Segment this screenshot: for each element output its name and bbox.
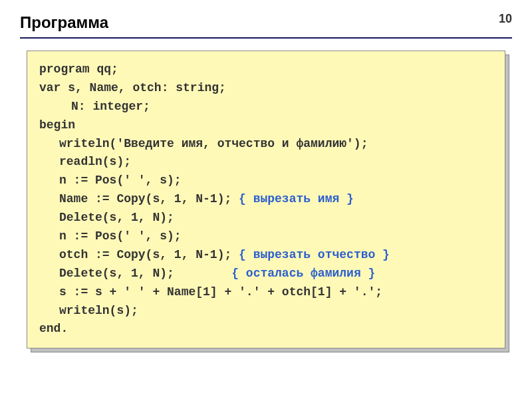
code-line: writeln(s); [39,302,493,321]
code-text: otch := Copy(s, 1, N-1); [59,248,239,261]
code-line: Delete(s, 1, N); { осталась фамилия } [39,265,493,283]
page-number: 10 [499,12,512,26]
title-divider [20,37,512,39]
code-line: N: integer; [39,98,493,116]
code-line: end. [39,320,493,338]
code-line: Delete(s, 1, N); [39,209,493,227]
code-comment: { вырезать отчество } [239,248,390,261]
code-line: writeln('Введите имя, отчество и фамилию… [39,135,493,154]
code-line: n := Pos(' ', s); [39,227,493,246]
code-line: s := s + ' ' + Name[1] + '.' + otch[1] +… [39,283,493,302]
code-line: program qq; [39,61,493,79]
slide-title: Программа [20,13,512,32]
code-block-container: program qq; var s, Name, otch: string; N… [27,51,505,348]
code-text: Name := Copy(s, 1, N-1); [59,192,239,205]
code-comment: { вырезать имя } [239,192,354,205]
code-line: n := Pos(' ', s); [39,172,493,190]
code-comment: { осталась фамилия } [231,267,375,280]
code-line: readln(s); [39,153,493,172]
code-line: begin [39,116,493,135]
code-line: otch := Copy(s, 1, N-1); { вырезать отче… [39,246,493,265]
code-line: Name := Copy(s, 1, N-1); { вырезать имя … [39,190,493,209]
code-text: Delete(s, 1, N); [59,267,231,280]
code-line: var s, Name, otch: string; [39,79,493,98]
code-block: program qq; var s, Name, otch: string; N… [27,51,505,348]
